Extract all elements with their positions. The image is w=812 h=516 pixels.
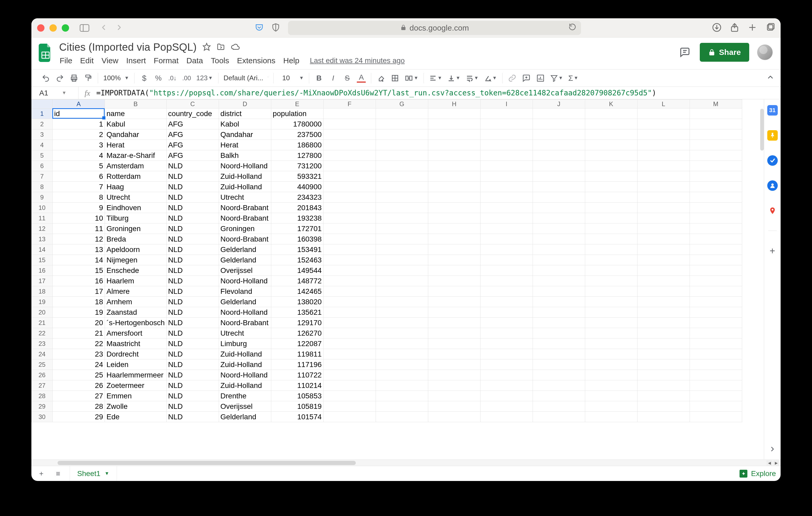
cell[interactable]: id [53,109,105,119]
cell[interactable] [376,265,428,276]
cell[interactable] [585,203,637,213]
cell[interactable] [480,370,532,380]
cell[interactable] [376,317,428,328]
cell[interactable] [480,203,532,213]
menu-edit[interactable]: Edit [80,56,94,65]
cell[interactable] [532,370,585,380]
cell[interactable] [323,380,376,391]
cell[interactable] [585,359,637,370]
cell[interactable] [637,276,690,286]
col-header[interactable]: I [480,99,532,109]
cell[interactable] [376,203,428,213]
cell[interactable]: 29 [53,412,105,422]
insert-comment-icon[interactable] [522,74,531,83]
cell[interactable] [376,412,428,422]
cell[interactable] [428,412,480,422]
cell[interactable] [480,171,532,182]
cell[interactable] [690,276,742,286]
cell[interactable]: 14 [53,255,105,265]
cell[interactable]: 135621 [271,307,323,317]
cell[interactable] [480,109,532,119]
cell[interactable]: Utrecht [105,192,167,203]
cell[interactable]: Zuid-Holland [219,349,271,359]
vertical-scrollbar[interactable] [760,109,764,151]
cell[interactable]: NLD [166,338,219,349]
cell[interactable]: Kabul [105,119,167,129]
cell[interactable]: NLD [166,359,219,370]
cell[interactable] [690,297,742,307]
cell[interactable] [480,140,532,150]
cell[interactable]: Amersfoort [105,328,167,338]
cell[interactable] [532,203,585,213]
keep-addon-icon[interactable] [767,130,778,141]
menu-tools[interactable]: Tools [211,56,229,65]
cell[interactable]: Breda [105,234,167,244]
col-header[interactable]: B [105,99,167,109]
all-sheets-icon[interactable]: ≡ [53,469,63,478]
strikethrough-icon[interactable]: S [343,74,352,83]
menu-file[interactable]: File [60,56,72,65]
cell[interactable] [532,255,585,265]
sheet-tab[interactable]: Sheet1 ▼ [69,466,117,481]
url-bar[interactable]: docs.google.com [288,21,581,35]
cell[interactable] [480,328,532,338]
cell[interactable] [585,255,637,265]
cell[interactable]: NLD [166,401,219,412]
cell[interactable] [532,234,585,244]
cell[interactable]: Gelderland [219,297,271,307]
cell[interactable] [585,338,637,349]
calendar-addon-icon[interactable]: 31 [767,105,778,116]
cell[interactable] [532,349,585,359]
cell[interactable] [428,119,480,129]
cell[interactable] [637,255,690,265]
cell[interactable]: 22 [53,338,105,349]
cell[interactable] [637,109,690,119]
cell[interactable] [376,213,428,223]
cell[interactable] [585,129,637,140]
row-header[interactable]: 26 [32,370,53,380]
cell[interactable]: Noord-Brabant [219,317,271,328]
cell[interactable] [585,328,637,338]
cell[interactable] [637,286,690,297]
cell[interactable] [376,349,428,359]
row-header[interactable]: 4 [32,140,53,150]
cell[interactable] [323,171,376,182]
cell[interactable] [480,192,532,203]
cell[interactable] [532,129,585,140]
cell[interactable] [480,307,532,317]
col-header[interactable]: E [271,99,323,109]
text-rotation-icon[interactable]: ▼ [484,74,497,82]
cell[interactable]: Noord-Brabant [219,234,271,244]
cell[interactable] [323,265,376,276]
cell[interactable] [532,359,585,370]
cell[interactable] [323,234,376,244]
cell[interactable]: Gelderland [219,412,271,422]
row-header[interactable]: 10 [32,203,53,213]
cell[interactable] [428,161,480,171]
cell[interactable]: NLD [166,276,219,286]
cell[interactable] [480,338,532,349]
cell[interactable] [637,203,690,213]
cell[interactable]: Utrecht [219,328,271,338]
cell[interactable]: 126270 [271,328,323,338]
cell[interactable] [690,412,742,422]
cell[interactable] [532,192,585,203]
cell[interactable] [428,223,480,234]
menu-view[interactable]: View [102,56,118,65]
cell[interactable]: 8 [53,192,105,203]
cell[interactable] [637,182,690,192]
undo-icon[interactable] [41,74,50,83]
col-header[interactable]: D [219,99,271,109]
sidebar-toggle-icon[interactable] [80,23,89,33]
decrease-decimal-icon[interactable]: .0↓ [168,74,177,83]
cell[interactable] [428,276,480,286]
pocket-icon[interactable] [255,23,264,33]
cell[interactable]: Amsterdam [105,161,167,171]
row-header[interactable]: 27 [32,380,53,391]
cell[interactable]: NLD [166,255,219,265]
window-zoom[interactable] [62,24,69,32]
cell[interactable] [637,391,690,401]
share-icon[interactable] [730,23,739,33]
cell[interactable] [532,213,585,223]
cell[interactable] [480,161,532,171]
